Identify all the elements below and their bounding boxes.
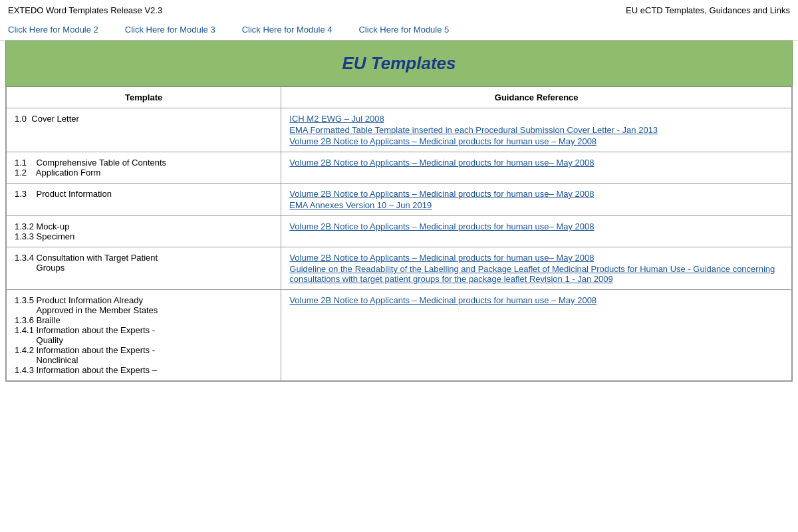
guidance-link[interactable]: Volume 2B Notice to Applicants – Medicin… bbox=[289, 221, 783, 231]
guidance-link[interactable]: Volume 2B Notice to Applicants – Medicin… bbox=[289, 136, 783, 146]
template-cell: 1.3 Product Information bbox=[7, 184, 281, 216]
guidance-link[interactable]: ICH M2 EWG – Jul 2008 bbox=[289, 114, 783, 124]
guidance-link[interactable]: EMA Annexes Version 10 – Jun 2019 bbox=[289, 200, 783, 210]
table-row: 1.1 Comprehensive Table of Contents 1.2 … bbox=[7, 152, 792, 184]
title-banner: EU Templates bbox=[5, 41, 793, 86]
col-template: Template bbox=[7, 87, 281, 108]
template-cell: 1.1 Comprehensive Table of Contents 1.2 … bbox=[7, 152, 281, 184]
nav-link[interactable]: Click Here for Module 2 bbox=[8, 25, 98, 35]
table-row: 1.0 Cover LetterICH M2 EWG – Jul 2008EMA… bbox=[7, 108, 792, 152]
guidance-link[interactable]: Volume 2B Notice to Applicants – Medicin… bbox=[289, 295, 783, 305]
banner-title: EU Templates bbox=[6, 53, 792, 74]
table-wrapper: Template Guidance Reference 1.0 Cover Le… bbox=[5, 86, 793, 382]
table-row: 1.3.2 Mock-up 1.3.3 SpecimenVolume 2B No… bbox=[7, 216, 792, 247]
guidance-cell: Volume 2B Notice to Applicants – Medicin… bbox=[281, 152, 792, 184]
template-cell: 1.3.2 Mock-up 1.3.3 Specimen bbox=[7, 216, 281, 247]
header-right: EU eCTD Templates, Guidances and Links bbox=[626, 5, 790, 15]
guidance-link[interactable]: Volume 2B Notice to Applicants – Medicin… bbox=[289, 158, 783, 168]
header: EXTEDO Word Templates Release V2.3 EU eC… bbox=[0, 0, 798, 21]
guidance-link[interactable]: Volume 2B Notice to Applicants – Medicin… bbox=[289, 253, 783, 263]
guidance-link[interactable]: EMA Formatted Table Template inserted in… bbox=[289, 125, 783, 135]
guidance-cell: Volume 2B Notice to Applicants – Medicin… bbox=[281, 184, 792, 216]
guidance-link[interactable]: Volume 2B Notice to Applicants – Medicin… bbox=[289, 189, 783, 199]
table-row: 1.3 Product InformationVolume 2B Notice … bbox=[7, 184, 792, 216]
guidance-cell: Volume 2B Notice to Applicants – Medicin… bbox=[281, 247, 792, 290]
main-table: Template Guidance Reference 1.0 Cover Le… bbox=[6, 86, 792, 381]
guidance-cell: Volume 2B Notice to Applicants – Medicin… bbox=[281, 290, 792, 381]
table-header-row: Template Guidance Reference bbox=[7, 87, 792, 108]
template-cell: 1.0 Cover Letter bbox=[7, 108, 281, 152]
col-guidance: Guidance Reference bbox=[281, 87, 792, 108]
header-left: EXTEDO Word Templates Release V2.3 bbox=[8, 5, 162, 15]
nav-link[interactable]: Click Here for Module 4 bbox=[242, 25, 332, 35]
guidance-cell: Volume 2B Notice to Applicants – Medicin… bbox=[281, 216, 792, 247]
nav-links: Click Here for Module 2Click Here for Mo… bbox=[0, 21, 798, 41]
nav-link[interactable]: Click Here for Module 5 bbox=[358, 25, 449, 35]
guidance-cell: ICH M2 EWG – Jul 2008EMA Formatted Table… bbox=[281, 108, 792, 152]
template-cell: 1.3.4 Consultation with Target Patient G… bbox=[7, 247, 281, 290]
nav-link[interactable]: Click Here for Module 3 bbox=[125, 25, 215, 35]
template-cell: 1.3.5 Product Information Already Approv… bbox=[7, 290, 281, 381]
guidance-link[interactable]: Guideline on the Readability of the Labe… bbox=[289, 264, 783, 284]
table-row: 1.3.5 Product Information Already Approv… bbox=[7, 290, 792, 381]
table-row: 1.3.4 Consultation with Target Patient G… bbox=[7, 247, 792, 290]
